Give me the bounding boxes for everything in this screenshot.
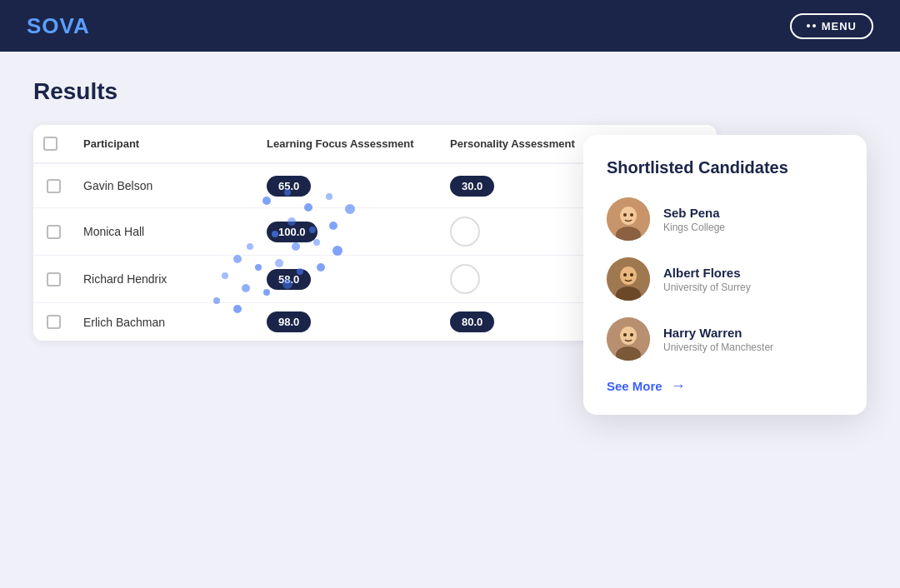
see-more-link[interactable]: See More (607, 379, 662, 393)
row-checkbox-input[interactable] (47, 315, 61, 329)
th-participant: Participant (73, 137, 257, 151)
avatar-face-svg (607, 197, 650, 241)
panel-title: Shortlisted Candidates (607, 158, 843, 177)
see-more-row[interactable]: See More → (607, 377, 843, 395)
lfa-score: 65.0 (257, 176, 440, 197)
arrow-right-icon: → (671, 377, 686, 395)
candidate-info: Albert Flores University of Surrey (663, 266, 751, 293)
row-checkbox (33, 225, 73, 239)
lfa-badge: 65.0 (267, 176, 311, 197)
lfa-score: 100.0 (257, 222, 440, 242)
svg-point-33 (630, 273, 633, 277)
row-checkbox (33, 179, 73, 193)
candidate-item: Seb Pena Kings College (607, 197, 843, 241)
candidate-name: Albert Flores (663, 266, 751, 280)
menu-button[interactable]: MENU (790, 13, 873, 39)
candidate-info: Harry Warren University of Manchester (663, 326, 773, 353)
participant-name: Gavin Belson (73, 179, 257, 192)
menu-label: MENU (822, 20, 857, 32)
pa-empty (450, 217, 480, 247)
candidate-name: Seb Pena (663, 206, 725, 220)
pa-badge: 80.0 (450, 311, 494, 332)
main-content: Results Participant Learning Focus Asses… (0, 52, 900, 367)
row-checkbox-input[interactable] (47, 225, 61, 239)
candidate-info: Seb Pena Kings College (663, 206, 725, 233)
avatar (607, 257, 650, 301)
menu-dots-icon (807, 24, 816, 27)
svg-point-38 (630, 333, 633, 336)
page-title: Results (33, 78, 867, 105)
th-checkbox (33, 137, 73, 151)
navbar: SOVA MENU (0, 0, 900, 52)
th-lfa: Learning Focus Assessment (257, 137, 440, 151)
svg-point-27 (623, 213, 627, 217)
logo: SOVA (27, 13, 90, 39)
svg-point-37 (623, 333, 627, 336)
shortlisted-panel: Shortlisted Candidates Seb Pena Kings Co… (583, 135, 867, 415)
candidate-university: Kings College (663, 222, 725, 233)
row-checkbox (33, 272, 73, 287)
candidate-university: University of Manchester (663, 341, 773, 353)
avatar-face-svg (607, 317, 650, 361)
svg-point-28 (630, 213, 633, 217)
row-checkbox-input[interactable] (47, 179, 61, 193)
candidate-item: Harry Warren University of Manchester (607, 317, 843, 361)
avatar (607, 317, 650, 361)
avatar (607, 197, 650, 241)
header-checkbox[interactable] (43, 137, 58, 151)
candidate-university: University of Surrey (663, 282, 751, 293)
participant-name: Richard Hendrix (73, 272, 257, 286)
svg-point-35 (620, 326, 637, 345)
participant-name: Erlich Bachman (73, 316, 257, 329)
svg-point-25 (620, 207, 637, 225)
pa-badge: 30.0 (450, 176, 494, 197)
avatar-face-svg (607, 257, 650, 301)
row-checkbox (33, 315, 73, 329)
lfa-badge: 100.0 (267, 222, 318, 242)
row-checkbox-input[interactable] (47, 272, 61, 287)
participant-name: Monica Hall (73, 225, 257, 238)
lfa-badge: 58.0 (267, 269, 311, 290)
lfa-score: 58.0 (257, 269, 440, 290)
lfa-badge: 98.0 (267, 311, 311, 332)
pa-empty (450, 264, 480, 294)
candidate-item: Albert Flores University of Surrey (607, 257, 843, 301)
svg-point-30 (620, 267, 637, 285)
lfa-score: 98.0 (257, 311, 440, 332)
candidate-name: Harry Warren (663, 326, 773, 340)
svg-point-32 (623, 273, 627, 277)
